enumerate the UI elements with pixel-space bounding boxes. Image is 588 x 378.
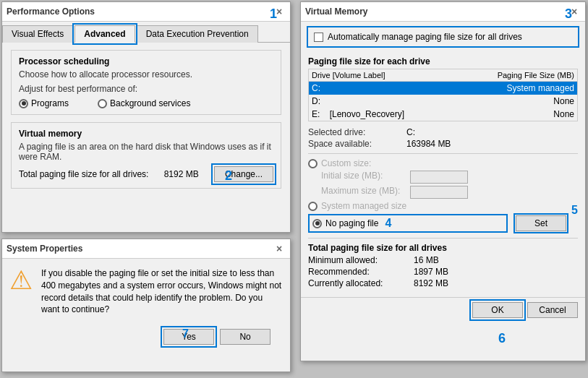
selected-drive-label: Selected drive:: [308, 127, 402, 137]
warning-text: If you disable the paging file or set th…: [41, 267, 283, 316]
drive-row-d[interactable]: D: None: [309, 95, 577, 108]
badge-1: 1: [270, 7, 277, 22]
currently-label: Currently allocated:: [308, 278, 409, 288]
virtual-memory-titlebar: Virtual Memory ×: [301, 2, 585, 22]
cancel-button[interactable]: Cancel: [527, 302, 578, 318]
radio-custom-size[interactable]: Custom size:: [308, 158, 578, 168]
radio-background-circle: [98, 99, 107, 108]
badge-7: 7: [182, 327, 189, 343]
min-allowed-value: 16 MB: [414, 255, 578, 265]
system-managed-radio: [308, 202, 318, 211]
drive-col1-header: Drive [Volume Label]: [312, 71, 473, 80]
badge-3: 3: [565, 7, 572, 22]
radio-programs-label: Programs: [31, 98, 69, 108]
vm-total-row: Total paging file size for all drives: 8…: [19, 166, 273, 182]
warning-body: ⚠ If you disable the paging file or set …: [2, 259, 290, 325]
custom-size-label: Custom size:: [321, 158, 371, 168]
processor-section-desc: Choose how to allocate processor resourc…: [19, 69, 273, 80]
no-paging-label: No paging file: [325, 218, 378, 228]
drive-info-grid: Selected drive: C: Space available: 1639…: [308, 127, 578, 149]
auto-manage-row: Automatically manage paging file size fo…: [307, 26, 579, 48]
recommended-label: Recommended:: [308, 267, 409, 277]
no-button[interactable]: No: [220, 329, 270, 345]
perf-options-title: Performance Options: [7, 7, 95, 17]
drive-c-letter: C:: [312, 83, 473, 93]
virtual-memory-title: Virtual Memory: [305, 7, 367, 17]
paging-section-title: Paging file size for each drive: [308, 56, 578, 66]
auto-manage-checkbox[interactable]: [314, 33, 323, 42]
warning-buttons: Yes No 7: [2, 325, 290, 352]
currently-value: 8192 MB: [414, 278, 578, 288]
drive-e-size: None: [473, 109, 574, 119]
radio-programs-circle: [19, 99, 28, 108]
radio-programs[interactable]: Programs: [19, 98, 69, 108]
no-paging-row-outer: No paging file 4 Set 5: [308, 213, 578, 233]
perf-options-content: Processor scheduling Choose how to alloc…: [2, 43, 290, 200]
vm-body: Paging file size for each drive Drive [V…: [301, 52, 585, 294]
drive-col2-header: Paging File Size (MB): [473, 71, 574, 80]
set-btn-border: Set: [514, 213, 568, 233]
sys-props-titlebar: System Properties ×: [2, 239, 290, 259]
no-paging-dot: [315, 221, 320, 225]
vm-desc: A paging file is an area on the hard dis…: [19, 142, 273, 162]
custom-size-inputs: Initial size (MB): Maximum size (MB):: [321, 171, 578, 199]
badge-5: 5: [571, 204, 578, 217]
performance-options-window: Performance Options × Visual Effects Adv…: [1, 1, 291, 233]
space-available-label: Space available:: [308, 139, 402, 149]
sys-props-title: System Properties: [7, 244, 82, 254]
radio-system-managed[interactable]: System managed size: [308, 201, 578, 211]
badge-6: 6: [498, 331, 506, 346]
radio-programs-dot: [22, 101, 26, 106]
no-paging-row[interactable]: No paging file 4: [308, 214, 508, 233]
selected-drive-value: C:: [406, 127, 578, 137]
tab-dep[interactable]: Data Execution Prevention: [137, 25, 258, 43]
badge-2: 2: [225, 168, 232, 184]
initial-size-label: Initial size (MB):: [321, 171, 408, 184]
tab-bar: Visual Effects Advanced Data Execution P…: [2, 22, 290, 43]
no-paging-radio: [312, 219, 322, 228]
min-allowed-label: Minimum allowed:: [308, 255, 409, 265]
max-size-input[interactable]: [410, 186, 468, 199]
tab-advanced[interactable]: Advanced: [74, 25, 135, 43]
drive-d-letter: D:: [312, 96, 473, 106]
drive-c-size: System managed: [473, 83, 574, 93]
sys-props-close[interactable]: ×: [273, 242, 286, 255]
max-size-label: Maximum size (MB):: [321, 186, 408, 199]
processor-section-label: Processor scheduling: [19, 56, 273, 66]
virtual-memory-window: Virtual Memory × Automatically manage pa…: [300, 1, 586, 361]
virtual-memory-section: Virtual memory A paging file is an area …: [11, 122, 281, 189]
radio-group-processor: Programs Background services: [19, 98, 273, 108]
vm-total-value: 8192 MB: [164, 169, 199, 179]
drive-row-e[interactable]: E: [Lenovo_Recovery] None: [309, 108, 577, 121]
set-button[interactable]: Set: [516, 215, 566, 231]
totals-grid: Minimum allowed: 16 MB Recommended: 1897…: [308, 255, 578, 288]
recommended-value: 1897 MB: [414, 267, 578, 277]
drive-row-c[interactable]: C: System managed: [309, 82, 577, 95]
vm-section-label: Virtual memory: [19, 129, 273, 139]
drive-d-size: None: [473, 96, 574, 106]
system-properties-window: System Properties × ⚠ If you disable the…: [1, 239, 291, 372]
drive-header: Drive [Volume Label] Paging File Size (M…: [309, 69, 577, 82]
vm-bottom-buttons: OK Cancel: [301, 297, 585, 322]
vm-total-label: Total paging file size for all drives:: [19, 169, 148, 179]
ok-button[interactable]: OK: [472, 302, 523, 318]
adjust-label: Adjust for best performance of:: [19, 84, 273, 94]
yes-button[interactable]: Yes: [163, 329, 214, 345]
processor-scheduling-section: Processor scheduling Choose how to alloc…: [11, 50, 281, 115]
space-available-value: 163984 MB: [406, 139, 578, 149]
tab-visual-effects[interactable]: Visual Effects: [2, 25, 73, 43]
separator1: [308, 153, 578, 154]
warning-icon: ⚠: [9, 267, 33, 316]
perf-options-titlebar: Performance Options ×: [2, 2, 290, 22]
auto-manage-label: Automatically manage paging file size fo…: [328, 32, 522, 42]
custom-size-radio: [308, 159, 318, 168]
paging-radio-group: Custom size: Initial size (MB): Maximum …: [308, 158, 578, 233]
drive-e-info: E: [Lenovo_Recovery]: [312, 109, 473, 119]
badge-4: 4: [385, 217, 391, 230]
initial-size-input[interactable]: [410, 171, 468, 184]
radio-background[interactable]: Background services: [98, 98, 190, 108]
drive-table: Drive [Volume Label] Paging File Size (M…: [308, 69, 578, 121]
separator2: [308, 238, 578, 239]
change-button[interactable]: Change...: [214, 166, 273, 182]
totals-section: Total paging file size for all drives Mi…: [308, 243, 578, 288]
